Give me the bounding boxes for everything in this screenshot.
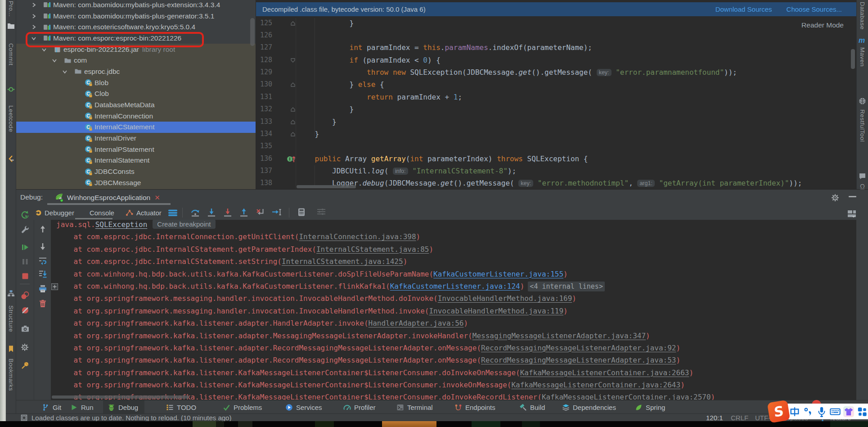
editor-vertical-scrollbar[interactable] <box>851 49 855 69</box>
fold-marker-down[interactable] <box>290 58 296 63</box>
toolwindow-button-git[interactable]: Git <box>37 400 67 414</box>
stripe-button-structure[interactable]: Structure <box>6 305 16 332</box>
settings-sliders-icon[interactable] <box>316 208 326 218</box>
resume-icon[interactable] <box>21 243 30 252</box>
stripe-button-bookmarks[interactable]: Bookmarks <box>6 359 16 391</box>
stripe-button-leetcode[interactable]: Leetcode <box>6 105 16 132</box>
stack-frame-link[interactable]: InternalConnection.java:398 <box>299 232 416 241</box>
project-folder-icon[interactable] <box>6 23 16 29</box>
bookmarks-icon[interactable] <box>6 345 16 353</box>
toolwindow-button-spring[interactable]: Spring <box>630 400 671 414</box>
punctuation-icon[interactable] <box>803 406 814 417</box>
pin-tab-icon[interactable] <box>21 361 30 370</box>
stack-frame-link[interactable]: InternalCStatement.java:1425 <box>282 257 403 266</box>
tree-item-com[interactable]: com <box>16 55 256 66</box>
skin-icon[interactable] <box>843 406 854 417</box>
tree-item-maven-com-esotericsoftware-kryo-kryo5-5-0-4[interactable]: Maven: com.esotericsoftware.kryo:kryo5:5… <box>16 22 256 33</box>
view-breakpoints-icon[interactable] <box>21 291 30 300</box>
toolbox-icon[interactable] <box>857 406 868 417</box>
run-to-cursor-icon[interactable] <box>271 208 281 218</box>
fold-marker-up[interactable] <box>290 21 296 26</box>
stack-frame-link[interactable]: KafkaMessageListenerContainer.java:2663 <box>520 368 689 377</box>
tree-item-jdbcconsts[interactable]: CJDBCConsts <box>16 166 256 177</box>
editor-horizontal-scrollbar[interactable] <box>297 185 356 188</box>
print-icon[interactable] <box>38 284 47 293</box>
tree-item-blob[interactable]: CBlob <box>16 77 256 88</box>
close-tab-icon[interactable]: ✕ <box>154 194 160 202</box>
console-fold-expand-icon[interactable] <box>51 283 58 290</box>
commit-icon[interactable] <box>6 86 16 93</box>
chevron-right-icon[interactable] <box>31 13 37 19</box>
stack-frame-link[interactable]: InternalCStatement.java:85 <box>316 245 429 254</box>
stripe-button-restfultool[interactable]: RestfulTool <box>857 109 868 142</box>
console-output[interactable]: java.sql.SQLExceptionCreate breakpoint a… <box>51 220 856 400</box>
maven-icon[interactable]: m <box>857 36 868 44</box>
sogou-logo[interactable]: S <box>767 400 790 423</box>
stack-frame-link[interactable]: HandlerAdapter.java:56 <box>369 319 464 327</box>
tree-item-maven-com-baomidou-mybatis-plus-generator-3-5-1[interactable]: Maven: com.baomidou:mybatis-plus-generat… <box>16 10 256 22</box>
chevron-right-icon[interactable] <box>31 24 37 30</box>
chevron-right-icon[interactable] <box>31 2 37 8</box>
chat-icon[interactable] <box>857 173 868 180</box>
soft-wrap-icon[interactable] <box>38 256 47 265</box>
debug-session-tab[interactable]: WinhongEsprocApplication ✕ <box>47 191 160 204</box>
tree-item-databasemetadata[interactable]: CDatabaseMetaData <box>16 100 256 111</box>
step-out-icon[interactable] <box>239 208 249 218</box>
fold-marker-up[interactable] <box>290 119 296 125</box>
toolwindow-button-terminal[interactable]: Terminal <box>392 400 439 414</box>
create-breakpoint-hint[interactable]: Create breakpoint <box>153 220 215 229</box>
scroll-to-end-icon[interactable] <box>38 269 47 278</box>
structure-icon[interactable] <box>6 290 16 297</box>
restore-layout-icon[interactable] <box>168 209 178 217</box>
toolwindow-button-todo[interactable]: TODO <box>162 400 202 414</box>
project-tree-scrollbar[interactable] <box>250 18 255 46</box>
chevron-down-icon[interactable] <box>62 68 68 75</box>
mute-breakpoints-icon[interactable] <box>21 306 30 315</box>
choose-sources-link[interactable]: Choose Sources... <box>787 5 842 13</box>
clear-all-icon[interactable] <box>38 299 47 308</box>
code-area[interactable]: 125}126127int paramIndex = this.paramNam… <box>256 17 856 189</box>
evaluate-expression-icon[interactable] <box>297 208 307 218</box>
fold-marker-up[interactable] <box>290 107 296 112</box>
stack-frame-link[interactable]: InvocableHandlerMethod.java:169 <box>438 294 572 303</box>
debug-settings-gear-icon[interactable] <box>831 194 839 202</box>
globe-icon[interactable] <box>857 97 868 105</box>
console-horizontal-scrollbar[interactable] <box>52 395 189 399</box>
stack-frame-link[interactable]: InvocableHandlerMethod.java:119 <box>429 307 563 315</box>
caret-position[interactable]: 120:1 <box>706 414 723 422</box>
chinese-mode-icon[interactable] <box>789 406 800 417</box>
tree-item-maven-com-baomidou-mybatis-plus-extension-3-4-3-4[interactable]: Maven: com.baomidou:mybatis-plus-extensi… <box>16 0 256 10</box>
debug-tab-debugger[interactable]: Debugger <box>35 209 74 217</box>
tree-item-internalcstatement[interactable]: CInternalCStatement <box>16 122 256 133</box>
tree-item-clob[interactable]: CClob <box>16 88 256 100</box>
toolwindow-button-problems[interactable]: Problems <box>218 400 268 414</box>
toolwindow-button-dependencies[interactable]: Dependencies <box>558 400 622 414</box>
fold-marker-up[interactable] <box>290 82 296 87</box>
tree-item-internaldriver[interactable]: CInternalDriver <box>16 133 256 144</box>
tree-item-internalstatement[interactable]: CInternalStatement <box>16 155 256 166</box>
stop-icon[interactable] <box>21 272 30 281</box>
step-into-icon[interactable] <box>207 208 216 218</box>
tree-item-esproc-jdbc[interactable]: esproc.jdbc <box>16 66 256 77</box>
drop-frame-icon[interactable] <box>255 208 265 218</box>
stack-frame-link[interactable]: KafkaCustomerListener.java:124 <box>390 282 520 291</box>
stripe-button-database[interactable]: Database <box>857 2 868 30</box>
debug-minimize-icon[interactable] <box>849 196 856 197</box>
debug-settings-icon[interactable] <box>21 343 30 352</box>
toolwindow-button-services[interactable]: Services <box>281 400 328 414</box>
force-step-into-icon[interactable] <box>223 208 233 218</box>
stack-frame-link[interactable]: KafkaMessageListenerContainer.java:2643 <box>511 381 680 389</box>
toolwindow-button-profiler[interactable]: Profiler <box>339 400 382 414</box>
toolwindow-button-run[interactable]: Run <box>66 400 100 414</box>
keyboard-icon[interactable] <box>830 406 841 417</box>
stripe-button-maven[interactable]: Maven <box>857 47 868 67</box>
overrides-gutter-icon[interactable] <box>287 155 297 163</box>
download-sources-link[interactable]: Download Sources <box>715 5 772 13</box>
toolwindow-button-endpoints[interactable]: Endpoints <box>450 400 502 414</box>
up-stack-trace-icon[interactable] <box>38 225 47 234</box>
folded-lines-chip[interactable]: <4 internal lines> <box>528 282 605 291</box>
edit-configuration-icon[interactable] <box>21 225 30 234</box>
debug-tab-console[interactable]: Console <box>90 209 114 217</box>
layout-settings-icon[interactable] <box>847 209 856 218</box>
stack-frame-link[interactable]: RecordMessagingMessageListenerAdapter.ja… <box>481 356 676 364</box>
